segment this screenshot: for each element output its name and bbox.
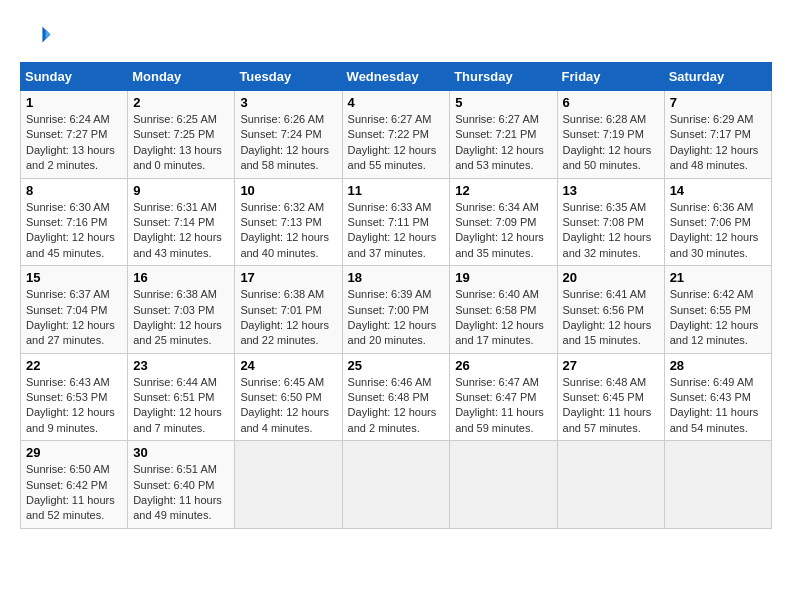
calendar-cell: 29Sunrise: 6:50 AMSunset: 6:42 PMDayligh… [21,441,128,529]
calendar-cell: 6Sunrise: 6:28 AMSunset: 7:19 PMDaylight… [557,91,664,179]
calendar-cell: 25Sunrise: 6:46 AMSunset: 6:48 PMDayligh… [342,353,450,441]
calendar-cell: 2Sunrise: 6:25 AMSunset: 7:25 PMDaylight… [128,91,235,179]
day-number: 27 [563,358,659,373]
col-header-monday: Monday [128,63,235,91]
logo [20,20,56,52]
day-number: 4 [348,95,445,110]
day-number: 6 [563,95,659,110]
day-info: Sunrise: 6:37 AMSunset: 7:04 PMDaylight:… [26,287,122,349]
day-info: Sunrise: 6:36 AMSunset: 7:06 PMDaylight:… [670,200,766,262]
day-number: 24 [240,358,336,373]
day-number: 9 [133,183,229,198]
page-header [20,20,772,52]
day-number: 18 [348,270,445,285]
day-number: 26 [455,358,551,373]
calendar-cell [557,441,664,529]
day-number: 19 [455,270,551,285]
calendar-cell: 3Sunrise: 6:26 AMSunset: 7:24 PMDaylight… [235,91,342,179]
day-info: Sunrise: 6:45 AMSunset: 6:50 PMDaylight:… [240,375,336,437]
calendar-cell: 26Sunrise: 6:47 AMSunset: 6:47 PMDayligh… [450,353,557,441]
calendar-cell: 20Sunrise: 6:41 AMSunset: 6:56 PMDayligh… [557,266,664,354]
col-header-friday: Friday [557,63,664,91]
day-info: Sunrise: 6:38 AMSunset: 7:03 PMDaylight:… [133,287,229,349]
day-number: 10 [240,183,336,198]
day-info: Sunrise: 6:27 AMSunset: 7:21 PMDaylight:… [455,112,551,174]
calendar-cell: 5Sunrise: 6:27 AMSunset: 7:21 PMDaylight… [450,91,557,179]
calendar-cell: 30Sunrise: 6:51 AMSunset: 6:40 PMDayligh… [128,441,235,529]
day-info: Sunrise: 6:26 AMSunset: 7:24 PMDaylight:… [240,112,336,174]
calendar-week-row: 22Sunrise: 6:43 AMSunset: 6:53 PMDayligh… [21,353,772,441]
day-number: 28 [670,358,766,373]
calendar-cell: 7Sunrise: 6:29 AMSunset: 7:17 PMDaylight… [664,91,771,179]
day-info: Sunrise: 6:28 AMSunset: 7:19 PMDaylight:… [563,112,659,174]
calendar-cell: 27Sunrise: 6:48 AMSunset: 6:45 PMDayligh… [557,353,664,441]
day-info: Sunrise: 6:25 AMSunset: 7:25 PMDaylight:… [133,112,229,174]
day-info: Sunrise: 6:50 AMSunset: 6:42 PMDaylight:… [26,462,122,524]
day-info: Sunrise: 6:33 AMSunset: 7:11 PMDaylight:… [348,200,445,262]
calendar-week-row: 29Sunrise: 6:50 AMSunset: 6:42 PMDayligh… [21,441,772,529]
col-header-saturday: Saturday [664,63,771,91]
day-info: Sunrise: 6:42 AMSunset: 6:55 PMDaylight:… [670,287,766,349]
calendar-cell: 16Sunrise: 6:38 AMSunset: 7:03 PMDayligh… [128,266,235,354]
calendar-cell: 14Sunrise: 6:36 AMSunset: 7:06 PMDayligh… [664,178,771,266]
day-info: Sunrise: 6:35 AMSunset: 7:08 PMDaylight:… [563,200,659,262]
day-info: Sunrise: 6:47 AMSunset: 6:47 PMDaylight:… [455,375,551,437]
col-header-thursday: Thursday [450,63,557,91]
calendar-cell: 18Sunrise: 6:39 AMSunset: 7:00 PMDayligh… [342,266,450,354]
calendar-cell: 11Sunrise: 6:33 AMSunset: 7:11 PMDayligh… [342,178,450,266]
day-info: Sunrise: 6:44 AMSunset: 6:51 PMDaylight:… [133,375,229,437]
calendar-cell [342,441,450,529]
day-number: 13 [563,183,659,198]
day-number: 16 [133,270,229,285]
day-info: Sunrise: 6:30 AMSunset: 7:16 PMDaylight:… [26,200,122,262]
calendar-cell: 22Sunrise: 6:43 AMSunset: 6:53 PMDayligh… [21,353,128,441]
day-info: Sunrise: 6:24 AMSunset: 7:27 PMDaylight:… [26,112,122,174]
day-info: Sunrise: 6:38 AMSunset: 7:01 PMDaylight:… [240,287,336,349]
day-number: 8 [26,183,122,198]
calendar-cell: 1Sunrise: 6:24 AMSunset: 7:27 PMDaylight… [21,91,128,179]
calendar-cell: 17Sunrise: 6:38 AMSunset: 7:01 PMDayligh… [235,266,342,354]
calendar-week-row: 8Sunrise: 6:30 AMSunset: 7:16 PMDaylight… [21,178,772,266]
day-info: Sunrise: 6:32 AMSunset: 7:13 PMDaylight:… [240,200,336,262]
calendar-cell: 9Sunrise: 6:31 AMSunset: 7:14 PMDaylight… [128,178,235,266]
day-number: 23 [133,358,229,373]
day-info: Sunrise: 6:48 AMSunset: 6:45 PMDaylight:… [563,375,659,437]
calendar-cell: 13Sunrise: 6:35 AMSunset: 7:08 PMDayligh… [557,178,664,266]
day-info: Sunrise: 6:40 AMSunset: 6:58 PMDaylight:… [455,287,551,349]
day-info: Sunrise: 6:46 AMSunset: 6:48 PMDaylight:… [348,375,445,437]
day-info: Sunrise: 6:43 AMSunset: 6:53 PMDaylight:… [26,375,122,437]
day-number: 11 [348,183,445,198]
calendar-week-row: 1Sunrise: 6:24 AMSunset: 7:27 PMDaylight… [21,91,772,179]
day-info: Sunrise: 6:51 AMSunset: 6:40 PMDaylight:… [133,462,229,524]
day-number: 5 [455,95,551,110]
day-number: 29 [26,445,122,460]
calendar-cell: 8Sunrise: 6:30 AMSunset: 7:16 PMDaylight… [21,178,128,266]
day-number: 25 [348,358,445,373]
calendar-header-row: SundayMondayTuesdayWednesdayThursdayFrid… [21,63,772,91]
calendar-cell: 24Sunrise: 6:45 AMSunset: 6:50 PMDayligh… [235,353,342,441]
day-info: Sunrise: 6:27 AMSunset: 7:22 PMDaylight:… [348,112,445,174]
calendar-cell: 23Sunrise: 6:44 AMSunset: 6:51 PMDayligh… [128,353,235,441]
logo-icon [20,20,52,52]
day-info: Sunrise: 6:39 AMSunset: 7:00 PMDaylight:… [348,287,445,349]
day-number: 2 [133,95,229,110]
calendar-cell: 28Sunrise: 6:49 AMSunset: 6:43 PMDayligh… [664,353,771,441]
day-number: 17 [240,270,336,285]
calendar-cell: 15Sunrise: 6:37 AMSunset: 7:04 PMDayligh… [21,266,128,354]
col-header-sunday: Sunday [21,63,128,91]
col-header-tuesday: Tuesday [235,63,342,91]
day-info: Sunrise: 6:31 AMSunset: 7:14 PMDaylight:… [133,200,229,262]
day-info: Sunrise: 6:29 AMSunset: 7:17 PMDaylight:… [670,112,766,174]
calendar-cell [450,441,557,529]
day-number: 7 [670,95,766,110]
day-number: 30 [133,445,229,460]
svg-marker-1 [46,30,51,40]
day-number: 21 [670,270,766,285]
calendar-cell: 21Sunrise: 6:42 AMSunset: 6:55 PMDayligh… [664,266,771,354]
day-info: Sunrise: 6:49 AMSunset: 6:43 PMDaylight:… [670,375,766,437]
calendar-cell: 4Sunrise: 6:27 AMSunset: 7:22 PMDaylight… [342,91,450,179]
day-number: 14 [670,183,766,198]
calendar-cell [664,441,771,529]
calendar-table: SundayMondayTuesdayWednesdayThursdayFrid… [20,62,772,529]
day-info: Sunrise: 6:34 AMSunset: 7:09 PMDaylight:… [455,200,551,262]
